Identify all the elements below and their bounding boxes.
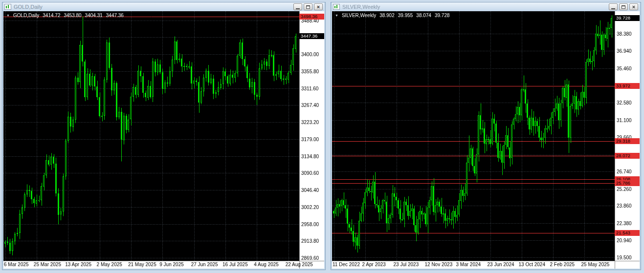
- silver-chart-client: ▼ SILVER,Weekly 38.902 39.955 38.074 39.…: [332, 11, 640, 269]
- time-axis-label: 11 Dec 2022: [333, 262, 360, 267]
- price-axis-label: 2913.80: [301, 238, 319, 244]
- time-axis-label: 4 Aug 2025: [254, 262, 279, 267]
- restore-icon: [622, 5, 625, 9]
- window-title: SILVER,Weekly: [342, 4, 609, 10]
- mt4-workspace: GOLD,Daily × ▼ GOLD,Daily 3414.72 3453.8…: [0, 0, 644, 273]
- minimize-button[interactable]: [609, 3, 618, 10]
- time-axis-label: 25 Mar 2025: [34, 262, 61, 267]
- current-price-badge: 3447.36: [299, 33, 324, 39]
- price-axis-label: 3267.40: [301, 103, 319, 108]
- red-line-price-badge: 33.972: [615, 83, 640, 89]
- time-axis-label: 12 Nov 2023: [425, 262, 453, 267]
- red-line-price-badge: 21.543: [615, 230, 640, 236]
- time-axis-label: 2 May 2025: [97, 262, 122, 267]
- price-axis-label: 3046.40: [301, 188, 319, 193]
- one-click-trading-arrow[interactable]: ▼: [335, 14, 338, 17]
- price-axis-label: 32.580: [617, 100, 632, 105]
- close-button[interactable]: ×: [629, 3, 638, 10]
- time-axis-label: 16 Jul 2025: [222, 262, 248, 267]
- restore-button[interactable]: [619, 3, 628, 10]
- price-axis-label: 3223.20: [301, 120, 319, 125]
- time-axis-label: 13 Apr 2025: [65, 262, 91, 267]
- price-axis-label: 3090.60: [301, 170, 319, 176]
- price-axis-label: 2958.00: [301, 222, 319, 227]
- price-axis-label: 38.380: [617, 31, 632, 37]
- silver-titlebar[interactable]: SILVER,Weekly ×: [332, 2, 640, 11]
- silver-candlestick-canvas[interactable]: [332, 11, 640, 269]
- restore-button[interactable]: [304, 3, 312, 10]
- minimize-icon: [296, 8, 300, 9]
- chart-window-silver: SILVER,Weekly × ▼ SILVER,Weekly 38.902 3…: [331, 2, 641, 270]
- one-click-trading-arrow[interactable]: ▼: [6, 14, 10, 17]
- price-axis-label: 36.940: [617, 48, 632, 54]
- price-axis-label: 35.460: [617, 66, 632, 71]
- time-axis[interactable]: 6 Mar 202525 Mar 202513 Apr 20252 May 20…: [3, 261, 324, 269]
- minimize-button[interactable]: [293, 3, 302, 10]
- red-line-price-badge: 25.786: [615, 180, 640, 186]
- time-axis-label: 22 Aug 2025: [286, 262, 313, 267]
- time-axis-label: 23 Jul 2023: [394, 262, 419, 267]
- price-axis-label: 31.100: [617, 118, 632, 123]
- chart-window-gold: GOLD,Daily × ▼ GOLD,Daily 3414.72 3453.8…: [2, 2, 326, 270]
- price-axis-label: 3355.80: [301, 69, 319, 74]
- time-axis-label: 13 Oct 2024: [519, 262, 545, 267]
- chart-icon: [4, 4, 11, 10]
- gold-chart-client: ▼ GOLD,Daily 3414.72 3453.80 3404.31 344…: [3, 11, 324, 269]
- price-axis-label: 3179.00: [301, 137, 319, 142]
- time-axis-label: 3 Mar 2024: [456, 262, 481, 267]
- price-axis-label: 25.260: [617, 187, 632, 192]
- price-axis-label: 19.500: [617, 255, 632, 260]
- price-axis[interactable]: 38.38036.94035.46032.58031.10029.66026.7…: [615, 11, 640, 261]
- window-title: GOLD,Daily: [14, 4, 293, 10]
- red-line-price-badge: 28.072: [615, 153, 640, 159]
- time-axis-label: 9 Jun 2025: [159, 262, 184, 267]
- price-axis-label: 3400.00: [301, 52, 319, 57]
- price-axis-label: 22.380: [617, 221, 632, 226]
- gold-candlestick-canvas[interactable]: [3, 11, 324, 269]
- time-axis-label: 25 May 2025: [581, 262, 610, 267]
- price-axis-label: 2869.60: [301, 255, 319, 261]
- price-axis-label: 3002.20: [301, 205, 319, 210]
- time-axis-label: 2 Feb 2025: [550, 262, 575, 267]
- price-axis[interactable]: 3488.403400.003355.803311.603267.403223.…: [299, 11, 324, 261]
- red-line-price-badge: 29.318: [615, 138, 640, 144]
- restore-icon: [306, 5, 310, 9]
- price-axis-label: 26.740: [617, 169, 632, 174]
- price-axis-label: 3134.80: [301, 154, 319, 159]
- close-button[interactable]: ×: [314, 3, 323, 10]
- minimize-icon: [611, 8, 615, 9]
- time-axis[interactable]: 11 Dec 20222 Apr 202323 Jul 202312 Nov 2…: [332, 261, 640, 269]
- red-line-price-badge: 3498.36: [299, 14, 324, 20]
- current-price-badge: 39.728: [615, 15, 640, 21]
- gold-titlebar[interactable]: GOLD,Daily ×: [3, 2, 324, 11]
- time-axis-label: 2 Apr 2023: [362, 262, 386, 267]
- price-axis-label: 20.940: [617, 238, 632, 243]
- chart-icon: [333, 4, 340, 10]
- time-axis-label: 27 Jun 2025: [191, 262, 218, 267]
- price-axis-label: 23.860: [617, 203, 632, 209]
- time-axis-label: 23 Jun 2024: [488, 262, 514, 267]
- time-axis-label: 6 Mar 2025: [4, 262, 29, 267]
- time-axis-label: 21 May 2025: [128, 262, 156, 267]
- price-axis-label: 3311.60: [301, 86, 318, 91]
